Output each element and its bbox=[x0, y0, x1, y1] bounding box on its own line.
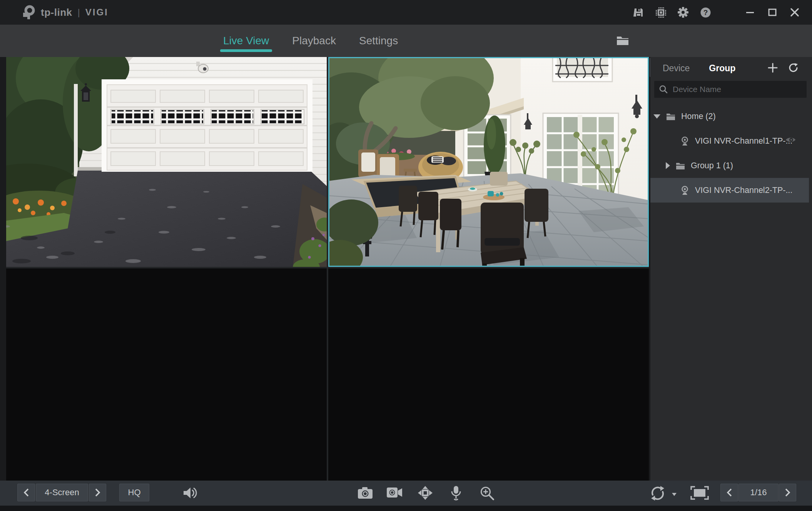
layout-next-button[interactable] bbox=[89, 484, 106, 501]
camera-icon bbox=[680, 186, 689, 195]
product-text: VIGI bbox=[85, 7, 109, 18]
tree-item-channel1[interactable]: VIGI NVR-Channel1-TP-... bbox=[650, 129, 812, 153]
folder-icon bbox=[666, 112, 675, 121]
dropdown-caret-icon[interactable] bbox=[671, 491, 677, 498]
speaker-icon[interactable] bbox=[182, 486, 198, 501]
tab-live-view[interactable]: Live View bbox=[222, 25, 271, 57]
video-grid bbox=[6, 57, 649, 481]
page-prev-button[interactable] bbox=[720, 484, 738, 501]
titlebar: tp-link | VIGI bbox=[0, 0, 812, 25]
folder-icon bbox=[676, 162, 685, 170]
device-sidebar: Device Group Home (2) VIGI NVR-Channel1- bbox=[650, 57, 812, 481]
search-icon bbox=[659, 85, 668, 94]
chevron-left-icon bbox=[23, 488, 29, 497]
nav-bar: Live View Playback Settings Please log i… bbox=[0, 25, 812, 57]
brand-text: tp-link bbox=[41, 7, 72, 18]
sidebar-tab-device[interactable]: Device bbox=[663, 63, 690, 74]
zoom-in-icon[interactable] bbox=[480, 486, 495, 503]
ptz-icon[interactable] bbox=[417, 486, 434, 502]
plus-icon[interactable] bbox=[767, 62, 778, 73]
video-cell-garage[interactable] bbox=[6, 57, 327, 267]
video-cell-empty-4[interactable] bbox=[328, 268, 649, 481]
chevron-left-icon bbox=[726, 488, 732, 497]
tree-item-label: VIGI NVR-Channel2-TP-... bbox=[695, 186, 792, 195]
auto-switch-icon[interactable] bbox=[650, 485, 666, 503]
snapshot-icon[interactable] bbox=[357, 486, 373, 501]
page-indicator-label: 1/16 bbox=[750, 488, 767, 498]
chevron-right-icon[interactable] bbox=[666, 162, 670, 169]
tree-item-home[interactable]: Home (2) bbox=[650, 104, 812, 129]
quality-button[interactable]: HQ bbox=[119, 484, 149, 501]
patio-camera-feed bbox=[328, 57, 649, 267]
page-indicator: 1/16 bbox=[738, 484, 779, 501]
gear-icon[interactable] bbox=[677, 7, 689, 18]
playback-toolbar: 4-Screen HQ bbox=[0, 481, 812, 506]
help-icon[interactable]: ? bbox=[700, 7, 711, 18]
disk-icon[interactable] bbox=[633, 7, 644, 18]
tree-item-group1[interactable]: Group 1 (1) bbox=[650, 153, 812, 178]
search-input[interactable] bbox=[673, 85, 802, 94]
tplink-vigi-logo: tp-link | VIGI bbox=[21, 5, 109, 20]
svg-text:?: ? bbox=[703, 8, 708, 17]
layout-prev-button[interactable] bbox=[17, 484, 35, 501]
screen-layout-button[interactable]: 4-Screen bbox=[36, 484, 88, 501]
main-tabs: Live View Playback Settings bbox=[222, 25, 399, 57]
tplink-logo-icon bbox=[21, 5, 36, 20]
camera-icon bbox=[680, 136, 689, 146]
refresh-icon[interactable] bbox=[788, 62, 799, 73]
tab-settings-label: Settings bbox=[359, 35, 398, 47]
tree-item-channel2-selected[interactable]: VIGI NVR-Channel2-TP-... bbox=[650, 178, 809, 203]
folder-icon[interactable] bbox=[616, 35, 629, 46]
minimize-icon[interactable] bbox=[744, 7, 756, 18]
sidebar-tab-device-label: Device bbox=[663, 63, 690, 73]
tab-playback-label: Playback bbox=[292, 35, 336, 47]
screen-layout-label: 4-Screen bbox=[45, 488, 79, 498]
tab-live-view-label: Live View bbox=[223, 35, 269, 47]
tab-playback[interactable]: Playback bbox=[291, 25, 337, 57]
sidebar-tab-group[interactable]: Group bbox=[709, 63, 735, 74]
device-search bbox=[654, 81, 807, 98]
chip-icon[interactable] bbox=[655, 7, 667, 18]
window-bottom-edge bbox=[0, 506, 812, 511]
garage-camera-feed bbox=[6, 57, 327, 267]
visibility-icon[interactable] bbox=[785, 136, 796, 146]
microphone-icon[interactable] bbox=[450, 485, 462, 502]
page-next-button[interactable] bbox=[779, 484, 796, 501]
sidebar-tab-group-label: Group bbox=[709, 63, 735, 73]
tree-item-label: Home (2) bbox=[681, 112, 716, 121]
chevron-down-icon[interactable] bbox=[653, 114, 660, 119]
vigi-app-window: tp-link | VIGI bbox=[0, 0, 812, 511]
quality-label: HQ bbox=[128, 488, 141, 498]
close-icon[interactable] bbox=[789, 7, 800, 18]
chevron-right-icon bbox=[95, 488, 101, 497]
device-tree: Home (2) VIGI NVR-Channel1-TP-... Group … bbox=[650, 104, 812, 203]
brand-divider: | bbox=[78, 7, 80, 18]
video-cell-empty-3[interactable] bbox=[6, 268, 327, 481]
record-icon[interactable] bbox=[386, 486, 403, 500]
chevron-right-icon bbox=[785, 488, 791, 497]
tree-item-label: Group 1 (1) bbox=[691, 161, 733, 171]
fullscreen-icon[interactable] bbox=[690, 486, 709, 501]
video-cell-patio[interactable] bbox=[328, 57, 649, 267]
tab-settings[interactable]: Settings bbox=[358, 25, 399, 57]
tree-item-label: VIGI NVR-Channel1-TP-... bbox=[695, 136, 792, 146]
maximize-icon[interactable] bbox=[767, 7, 778, 18]
